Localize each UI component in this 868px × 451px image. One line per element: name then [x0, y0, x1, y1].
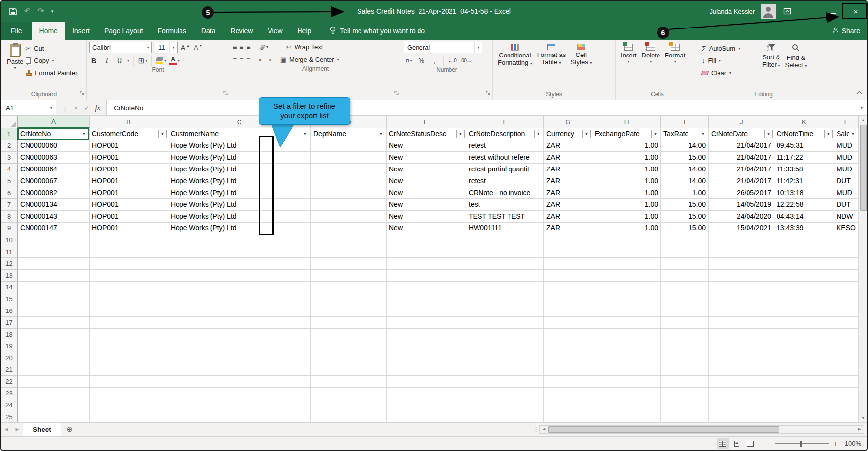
cell-C25[interactable]: [168, 411, 311, 422]
tab-data[interactable]: Data: [194, 22, 223, 40]
cell-L14[interactable]: [834, 282, 859, 293]
align-left-button[interactable]: ≡: [233, 56, 237, 64]
cell-G22[interactable]: [544, 376, 592, 388]
cell-A22[interactable]: [18, 376, 90, 388]
cell-H21[interactable]: [592, 364, 661, 376]
cell-L5[interactable]: DUT: [834, 175, 859, 187]
cell-C18[interactable]: [168, 329, 311, 340]
cell-L24[interactable]: [834, 399, 859, 411]
cell-B2[interactable]: HOP001: [90, 140, 168, 152]
percent-style-button[interactable]: %: [417, 56, 426, 66]
cell-K19[interactable]: [774, 340, 834, 352]
cell-E7[interactable]: New: [387, 199, 466, 211]
cell-L10[interactable]: [834, 234, 859, 246]
cell-H3[interactable]: 1.00: [592, 152, 661, 164]
formula-drag-dots-icon[interactable]: ⋮: [62, 104, 68, 112]
cell-J21[interactable]: [709, 364, 774, 376]
cell-B16[interactable]: [90, 305, 168, 317]
cell-I4[interactable]: 14.00: [661, 164, 709, 175]
cell-C17[interactable]: [168, 317, 311, 329]
cell-A17[interactable]: [18, 317, 90, 329]
next-sheet-icon[interactable]: ▶: [12, 423, 23, 436]
cell-F8[interactable]: TEST TEST TEST: [466, 211, 544, 223]
cell-K25[interactable]: [774, 411, 834, 422]
cell-D23[interactable]: [311, 388, 387, 399]
cell-K12[interactable]: [774, 258, 834, 270]
cell-B23[interactable]: [90, 388, 168, 399]
cell-B12[interactable]: [90, 258, 168, 270]
cell-L9[interactable]: KESO: [834, 223, 859, 234]
cell-H25[interactable]: [592, 411, 661, 422]
cell-K7[interactable]: 12:22:58: [774, 199, 834, 211]
cell-F24[interactable]: [466, 399, 544, 411]
fill-button[interactable]: ↓ Fill ▾: [702, 56, 760, 66]
cell-A12[interactable]: [18, 258, 90, 270]
cell-C10[interactable]: [168, 234, 311, 246]
cell-G19[interactable]: [544, 340, 592, 352]
cell-F3[interactable]: retest without refere: [466, 152, 544, 164]
cell-J20[interactable]: [709, 352, 774, 364]
filter-button-column-H[interactable]: ▼: [651, 130, 659, 138]
cell-J12[interactable]: [709, 258, 774, 270]
cell-I11[interactable]: [661, 246, 709, 258]
decrease-indent-button[interactable]: ⇤: [259, 56, 264, 63]
column-header-J[interactable]: J: [709, 116, 774, 128]
filter-button-column-F[interactable]: ▼: [534, 130, 542, 138]
tab-page-layout[interactable]: Page Layout: [97, 22, 150, 40]
minimize-button[interactable]: ─: [799, 1, 822, 22]
cell-A2[interactable]: CN0000060: [18, 140, 90, 152]
cell-E3[interactable]: New: [387, 152, 466, 164]
confirm-entry-icon[interactable]: ✓: [84, 104, 90, 112]
cell-D20[interactable]: [311, 352, 387, 364]
format-as-table-button[interactable]: Format asTable ▾: [535, 42, 569, 66]
cell-A7[interactable]: CN0000134: [18, 199, 90, 211]
cell-F17[interactable]: [466, 317, 544, 329]
cell-I24[interactable]: [661, 399, 709, 411]
cell-L16[interactable]: [834, 305, 859, 317]
previous-sheet-icon[interactable]: ◀: [1, 423, 12, 436]
formula-input[interactable]: CrNoteNo: [107, 100, 856, 115]
cell-D22[interactable]: [311, 376, 387, 388]
cell-I15[interactable]: [661, 293, 709, 305]
increase-decimal-button[interactable]: ←.0: [448, 56, 457, 66]
cell-H7[interactable]: 1.00: [592, 199, 661, 211]
font-color-button[interactable]: A ▾: [169, 56, 180, 66]
cell-C7[interactable]: Hope Works (Pty) Ltd: [168, 199, 311, 211]
cell-K4[interactable]: 11:33:58: [774, 164, 834, 175]
delete-cells-button[interactable]: Delete ▾: [639, 42, 663, 64]
tab-view[interactable]: View: [260, 22, 290, 40]
cell-H9[interactable]: 1.00: [592, 223, 661, 234]
cell-I12[interactable]: [661, 258, 709, 270]
cell-L17[interactable]: [834, 317, 859, 329]
cut-button[interactable]: ✂ Cut: [26, 43, 77, 54]
cell-G8[interactable]: ZAR: [544, 211, 592, 223]
underline-button[interactable]: U: [115, 56, 124, 66]
cell-E18[interactable]: [387, 329, 466, 340]
row-header-14[interactable]: 14: [1, 282, 18, 293]
cell-J7[interactable]: 14/05/2019: [709, 199, 774, 211]
cell-C6[interactable]: Hope Works (Pty) Ltd: [168, 187, 311, 199]
cell-C20[interactable]: [168, 352, 311, 364]
cell-D21[interactable]: [311, 364, 387, 376]
new-sheet-button[interactable]: ⊕: [61, 423, 78, 436]
cell-D12[interactable]: [311, 258, 387, 270]
cell-B20[interactable]: [90, 352, 168, 364]
row-header-10[interactable]: 10: [1, 234, 18, 246]
cell-K17[interactable]: [774, 317, 834, 329]
cell-E25[interactable]: [387, 411, 466, 422]
cell-J6[interactable]: 26/05/2017: [709, 187, 774, 199]
cell-L22[interactable]: [834, 376, 859, 388]
cell-K3[interactable]: 11:17:22: [774, 152, 834, 164]
cell-A19[interactable]: [18, 340, 90, 352]
merge-center-dropdown-icon[interactable]: ▾: [337, 58, 339, 62]
cell-F12[interactable]: [466, 258, 544, 270]
cell-L15[interactable]: [834, 293, 859, 305]
cell-D14[interactable]: [311, 282, 387, 293]
cell-B3[interactable]: HOP001: [90, 152, 168, 164]
cell-J3[interactable]: 21/04/2017: [709, 152, 774, 164]
font-family-dropdown-icon[interactable]: ▾: [144, 42, 151, 53]
increase-font-size-button[interactable]: A▲: [180, 42, 190, 53]
cell-A5[interactable]: CN0000067: [18, 175, 90, 187]
page-layout-view-button[interactable]: [730, 438, 743, 449]
cell-K2[interactable]: 09:45:31: [774, 140, 834, 152]
